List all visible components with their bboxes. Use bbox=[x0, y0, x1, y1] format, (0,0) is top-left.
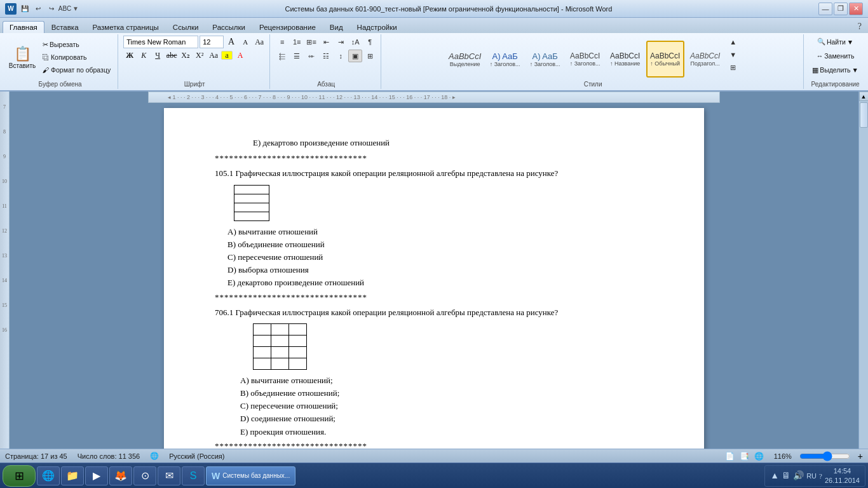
sort-button[interactable]: ↕A bbox=[348, 36, 362, 48]
shading-button[interactable]: ▣ bbox=[348, 50, 362, 62]
tray-clock: 14:54 26.11.2014 bbox=[825, 466, 860, 485]
spelling-button[interactable]: ABC bbox=[59, 3, 71, 15]
tab-references[interactable]: Ссылки bbox=[166, 21, 206, 33]
read-mode-button[interactable]: 📄 bbox=[725, 452, 735, 461]
q706-option-d: D) соединение отношений; bbox=[240, 413, 653, 424]
font-selectors: A A Aa bbox=[123, 36, 266, 48]
style-subtitle[interactable]: AaBbCcI Подзагол... bbox=[686, 41, 724, 78]
styles-more[interactable]: ⊞ bbox=[726, 61, 740, 74]
close-button[interactable]: ✕ bbox=[849, 3, 863, 15]
print-layout-button[interactable]: 📑 bbox=[740, 452, 749, 461]
chrome-button[interactable]: ⊙ bbox=[133, 466, 156, 485]
align-right-button[interactable]: ⬰ bbox=[304, 50, 318, 62]
cut-button[interactable]: ✂ Вырезать bbox=[39, 39, 114, 50]
styles-scroll-down[interactable]: ▼ bbox=[726, 48, 740, 61]
skype-button[interactable]: S bbox=[182, 466, 205, 485]
grow-font-button[interactable]: A bbox=[225, 36, 238, 48]
zoom-slider[interactable] bbox=[799, 452, 850, 461]
help-icon[interactable]: ? bbox=[854, 20, 865, 33]
tab-home[interactable]: Главная bbox=[3, 21, 44, 33]
chrome-icon: ⊙ bbox=[141, 470, 149, 482]
italic-button[interactable]: К bbox=[137, 50, 150, 61]
increase-indent-button[interactable]: ⇥ bbox=[334, 36, 348, 48]
scroll-up-button[interactable]: ▲ bbox=[859, 92, 869, 101]
style-heading2[interactable]: A) AaБ ↑ Заголов... bbox=[526, 41, 564, 78]
borders-button[interactable]: ⊞ bbox=[363, 50, 377, 62]
mail-button[interactable]: ✉ bbox=[158, 466, 180, 485]
select-button[interactable]: ▦ Выделить ▼ bbox=[809, 64, 862, 76]
title-bar-left: W 💾 ↩ ↪ ABC ▼ bbox=[5, 3, 79, 15]
style-heading3[interactable]: AaBbCcI ↑ Заголов... bbox=[566, 41, 604, 78]
shrink-font-button[interactable]: A bbox=[239, 36, 252, 48]
text-highlight-button[interactable]: a bbox=[221, 51, 233, 60]
window-controls: — ❐ ✕ bbox=[818, 3, 863, 15]
copy-button[interactable]: ⿻ Копировать bbox=[39, 51, 114, 63]
decrease-indent-button[interactable]: ⇤ bbox=[319, 36, 333, 48]
font-size-input[interactable] bbox=[200, 36, 224, 48]
start-button[interactable]: ⊞ bbox=[3, 465, 36, 487]
table-row bbox=[234, 185, 269, 194]
tab-review[interactable]: Рецензирование bbox=[252, 21, 323, 33]
multilevel-button[interactable]: ⊞≡ bbox=[304, 36, 318, 48]
show-hide-button[interactable]: ¶ bbox=[363, 36, 377, 48]
q105-option-a: А) вычитание отношений bbox=[227, 226, 653, 238]
window-title: Системы баз данных 601-900_тест-новый [Р… bbox=[79, 5, 818, 13]
minimize-button[interactable]: — bbox=[818, 3, 832, 15]
ie-button[interactable]: 🌐 bbox=[37, 466, 60, 485]
taskbar: ⊞ 🌐 📁 ▶ 🦊 ⊙ ✉ S W Системы баз данных... … bbox=[0, 463, 868, 488]
system-tray: ▲ 🖥 🔊 RU ? 14:54 26.11.2014 bbox=[764, 465, 865, 487]
clear-format-button[interactable]: Aa bbox=[253, 36, 266, 48]
language-icon: 🌐 bbox=[150, 452, 159, 460]
q706-option-e: Е) проекция отношения. bbox=[240, 426, 653, 438]
change-case-button[interactable]: Аа bbox=[207, 50, 220, 61]
firefox-button[interactable]: 🦊 bbox=[109, 466, 132, 485]
tab-addins[interactable]: Надстройки bbox=[350, 21, 404, 33]
q105-figure bbox=[234, 185, 653, 221]
style-normal-text[interactable]: AaBbCcI Выделение bbox=[446, 41, 484, 78]
align-center-button[interactable]: ☰ bbox=[290, 50, 304, 62]
style-heading1[interactable]: A) AaБ ↑ Заголов... bbox=[486, 41, 524, 78]
tab-view[interactable]: Вид bbox=[323, 21, 350, 33]
web-layout-button[interactable]: 🌐 bbox=[754, 452, 764, 461]
redo-button[interactable]: ↪ bbox=[46, 3, 57, 15]
tab-insert[interactable]: Вставка bbox=[44, 21, 86, 33]
style-title[interactable]: AaBbCcI ↑ Название bbox=[606, 41, 644, 78]
subscript-button[interactable]: X₂ bbox=[179, 50, 192, 61]
align-left-button[interactable]: ⬱ bbox=[275, 50, 289, 62]
save-button[interactable]: 💾 bbox=[19, 3, 31, 15]
line-spacing-button[interactable]: ↕ bbox=[334, 50, 348, 62]
format-painter-button[interactable]: 🖌 Формат по образцу bbox=[39, 64, 114, 76]
find-button[interactable]: 🔍 Найти ▼ bbox=[814, 36, 857, 48]
tab-page-layout[interactable]: Разметка страницы bbox=[86, 21, 166, 33]
tray-date-text: 26.11.2014 bbox=[825, 476, 860, 485]
paste-icon: 📋 bbox=[14, 46, 31, 62]
scroll-thumb[interactable] bbox=[860, 102, 868, 128]
styles-scroll-up[interactable]: ▲ bbox=[726, 36, 740, 48]
restore-button[interactable]: ❐ bbox=[834, 3, 848, 15]
undo-button[interactable]: ↩ bbox=[32, 3, 44, 15]
font-color-button[interactable]: A bbox=[234, 50, 247, 61]
style-default[interactable]: AaBbCcI ↑ Обычный bbox=[646, 41, 684, 78]
strikethrough-button[interactable]: abc bbox=[165, 50, 178, 61]
zoom-in-button[interactable]: + bbox=[858, 451, 863, 461]
document-area: 7 8 9 10 11 12 13 14 15 16 ◂ 1 · · · 2 ·… bbox=[0, 92, 868, 449]
q105-option-d: D) выборка отношения bbox=[227, 264, 653, 276]
document-page[interactable]: Е) декартово произведение отношений ****… bbox=[164, 108, 704, 449]
superscript-button[interactable]: X² bbox=[193, 50, 206, 61]
tab-mailings[interactable]: Рассылки bbox=[205, 21, 252, 33]
q105-text: 105.1 Графическая иллюстрация какой опер… bbox=[215, 168, 653, 179]
bold-button[interactable]: Ж bbox=[123, 50, 136, 61]
word-taskbar-button[interactable]: W Системы баз данных... bbox=[206, 466, 295, 485]
justify-button[interactable]: ☷ bbox=[319, 50, 333, 62]
underline-button[interactable]: Ч bbox=[151, 50, 164, 61]
paragraph-label: Абзац bbox=[317, 81, 335, 88]
numbering-button[interactable]: 1≡ bbox=[290, 36, 304, 48]
replace-button[interactable]: ↔ Заменить bbox=[813, 50, 858, 62]
media-button[interactable]: ▶ bbox=[85, 466, 108, 485]
font-name-input[interactable] bbox=[123, 36, 198, 48]
language-tray: RU bbox=[806, 472, 817, 480]
bullets-button[interactable]: ≡ bbox=[275, 36, 289, 48]
explorer-button[interactable]: 📁 bbox=[61, 466, 84, 485]
paste-button[interactable]: 📋 Вставить bbox=[6, 38, 38, 76]
editing-label: Редактирование bbox=[811, 81, 859, 88]
